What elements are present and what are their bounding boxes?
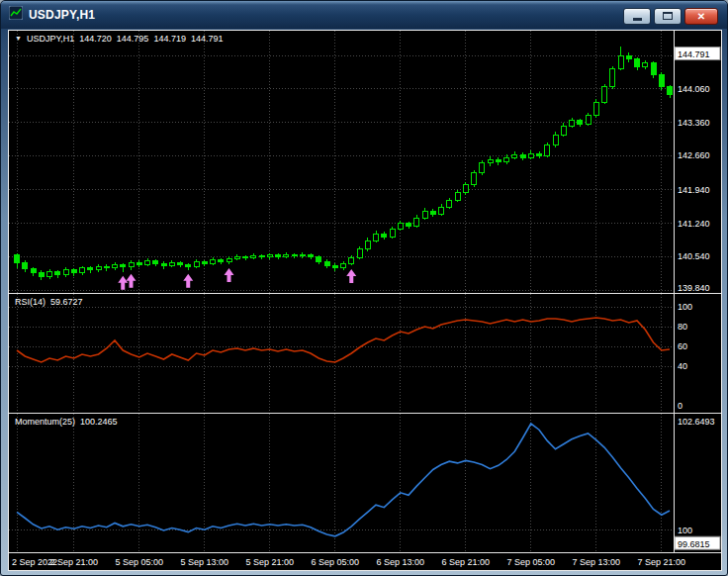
close-button[interactable]: ✕: [684, 8, 718, 25]
price-chart-panel[interactable]: 144.060143.360142.660141.940141.240140.5…: [9, 31, 721, 293]
maximize-button[interactable]: [654, 8, 682, 25]
high-value: 144.795: [117, 34, 149, 44]
maximize-icon: [663, 12, 673, 20]
svg-text:143.360: 143.360: [678, 118, 710, 128]
svg-text:5 Sep 21:00: 5 Sep 21:00: [245, 557, 294, 567]
chart-header: ▼ USDJPY,H1 144.720 144.795 144.719 144.…: [15, 34, 223, 44]
buy-arrow-icon: [183, 274, 193, 288]
titlebar[interactable]: USDJPY,H1 ✕: [1, 1, 727, 29]
svg-text:40: 40: [678, 361, 687, 371]
close-icon: ✕: [685, 9, 717, 24]
rsi-header: RSI(14) 59.6727: [15, 297, 83, 307]
svg-text:7 Sep 05:00: 7 Sep 05:00: [506, 557, 555, 567]
window-title: USDJPY,H1: [29, 8, 95, 22]
svg-text:80: 80: [678, 322, 687, 332]
svg-text:5 Sep 13:00: 5 Sep 13:00: [180, 557, 228, 567]
svg-text:144.060: 144.060: [678, 84, 710, 94]
collapse-icon[interactable]: ▼: [15, 34, 22, 44]
svg-text:141.940: 141.940: [678, 185, 710, 195]
svg-text:5 Sep 05:00: 5 Sep 05:00: [115, 557, 163, 567]
svg-text:7 Sep 21:00: 7 Sep 21:00: [637, 557, 685, 567]
candles-group: [15, 47, 673, 280]
rsi-label: RSI(14): [15, 297, 46, 307]
price-axis-separator: [674, 31, 675, 552]
svg-text:6 Sep 05:00: 6 Sep 05:00: [311, 557, 359, 567]
momentum-value: 100.2465: [80, 417, 118, 427]
svg-text:0: 0: [678, 401, 682, 411]
chart-icon: [9, 6, 23, 24]
svg-text:139.840: 139.840: [678, 283, 710, 293]
momentum-header: Momentum(25) 100.2465: [15, 417, 118, 427]
svg-text:99.6815: 99.6815: [678, 539, 710, 549]
svg-text:100: 100: [678, 302, 692, 312]
momentum-panel[interactable]: 102.649310099.6815: [9, 414, 721, 552]
svg-text:6 Sep 21:00: 6 Sep 21:00: [441, 557, 490, 567]
momentum-line: [17, 424, 670, 536]
rsi-line: [17, 318, 670, 362]
window-controls: ✕: [623, 8, 718, 25]
minimize-icon: [633, 18, 642, 21]
minimize-button[interactable]: [623, 8, 651, 25]
time-axis[interactable]: 2 Sep 20222 Sep 21:005 Sep 05:005 Sep 13…: [9, 553, 721, 570]
close-value: 144.791: [191, 34, 224, 44]
symbol-period-label: USDJPY,H1: [27, 34, 74, 44]
buy-arrow-icon: [225, 268, 234, 282]
low-value: 144.719: [153, 34, 186, 44]
svg-text:140.540: 140.540: [678, 251, 710, 261]
buy-arrow-icon: [118, 276, 128, 290]
buy-arrows-group: [118, 268, 356, 290]
rsi-value: 59.6727: [50, 297, 83, 307]
svg-text:100: 100: [678, 526, 692, 535]
svg-text:141.240: 141.240: [678, 219, 710, 229]
svg-text:7 Sep 13:00: 7 Sep 13:00: [572, 557, 620, 567]
svg-text:102.6493: 102.6493: [678, 417, 715, 427]
svg-text:60: 60: [678, 341, 687, 351]
buy-arrow-icon: [346, 269, 356, 283]
svg-text:142.660: 142.660: [678, 150, 710, 160]
svg-text:6 Sep 13:00: 6 Sep 13:00: [376, 557, 424, 567]
mt4-chart-window: USDJPY,H1 ✕ 144.060143.360142.660141.940…: [0, 0, 728, 576]
momentum-label: Momentum(25): [15, 417, 75, 427]
open-value: 144.720: [79, 34, 112, 44]
buy-arrow-icon: [127, 274, 136, 288]
rsi-panel[interactable]: 1008060400: [9, 294, 721, 413]
svg-text:144.791: 144.791: [678, 49, 710, 59]
svg-text:2 Sep 21:00: 2 Sep 21:00: [49, 557, 98, 567]
chart-client-area: 144.060143.360142.660141.940141.240140.5…: [8, 30, 722, 571]
